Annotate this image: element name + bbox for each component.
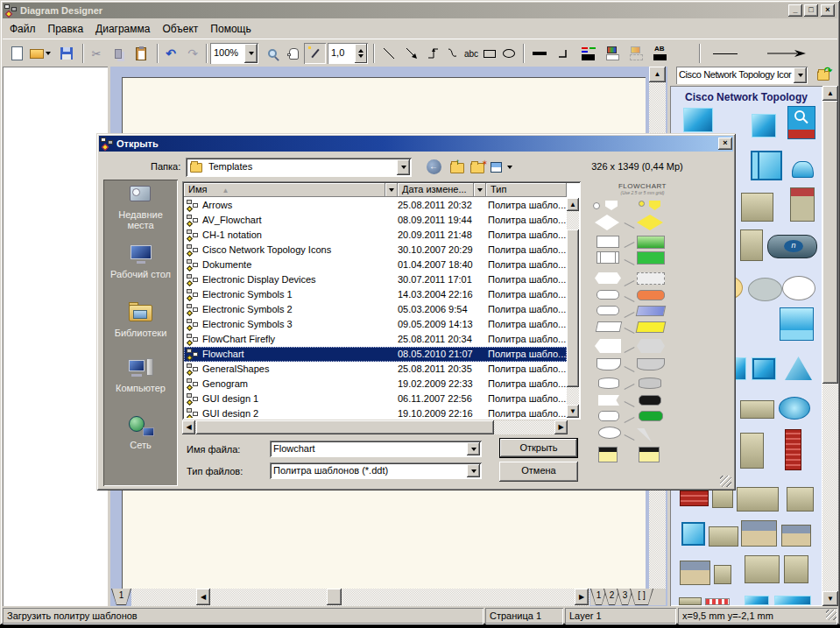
file-row-genogram[interactable]: Genogram19.02.2009 22:33Политра шабло... [184, 377, 567, 392]
scroll-thumb[interactable] [327, 589, 342, 605]
file-row-cisco-network-topology-icons[interactable]: Cisco Network Topology Icons30.10.2007 2… [184, 243, 567, 258]
open-button[interactable] [28, 43, 53, 64]
dialog-resize-grip[interactable] [720, 476, 731, 487]
filename-combobox[interactable]: Flowchart [270, 441, 482, 457]
file-row-flowchart-firefly[interactable]: FlowChart Firefly25.08.2011 20:34Политра… [184, 332, 567, 347]
place-desktop[interactable]: Рабочий стол [105, 243, 176, 279]
file-row-gui-design-1[interactable]: GUI design 106.11.2007 22:56Политра шабл… [184, 392, 567, 406]
scroll-down-button[interactable]: ▼ [567, 405, 579, 418]
page-tab-current[interactable]: 1 [111, 589, 131, 605]
file-row-electronic-symbols-1[interactable]: Electronic Symbols 114.03.2004 22:16Поли… [184, 287, 567, 302]
palette-icon-wave[interactable] [792, 161, 814, 178]
file-row-ch-1-notation[interactable]: CH-1 notation20.09.2011 21:48Политра шаб… [184, 228, 567, 243]
palette-icon-cloud-white[interactable] [782, 276, 815, 300]
list-horizontal-scrollbar[interactable]: ◀ ▶ [182, 420, 568, 434]
new-folder-button[interactable]: ✶ [468, 158, 489, 177]
palette-icon-house[interactable] [781, 525, 811, 547]
views-button[interactable] [489, 158, 515, 177]
menu-object[interactable]: Объект [156, 20, 204, 38]
palette-icon-tan-box[interactable] [740, 400, 774, 419]
maximize-button[interactable]: □ [804, 4, 818, 17]
polyline-tool[interactable] [423, 43, 444, 64]
file-row-electronic-symbols-3[interactable]: Electronic Symbols 309.05.2009 14:13Поли… [184, 317, 567, 332]
palette-selector[interactable]: Cisco Network Topology Icor [676, 67, 808, 84]
palette-icon-blue-bar[interactable] [774, 596, 811, 605]
scroll-left-button[interactable]: ◀ [196, 589, 210, 605]
scroll-up-button[interactable]: ▲ [567, 198, 579, 211]
file-row-dokumente[interactable]: Dokumente01.04.2007 18:40Политра шабло..… [184, 258, 567, 272]
minimize-button[interactable]: _ [788, 4, 802, 17]
rectangle-tool[interactable] [479, 43, 500, 64]
menu-edit[interactable]: Правка [42, 20, 90, 38]
title-bar[interactable]: Diagram Designer [3, 3, 837, 18]
palette-icon-switch-chassis[interactable] [751, 151, 782, 180]
new-button[interactable] [6, 43, 27, 64]
palette-icon-server-tower[interactable] [740, 229, 763, 261]
page-tab-4[interactable]: [ ] [630, 589, 653, 605]
palette-icon-laptop[interactable] [780, 307, 814, 341]
column-header-type[interactable]: Тип [486, 183, 567, 197]
scroll-right-button[interactable]: ▶ [554, 420, 568, 434]
text-color-tool[interactable]: AB [649, 43, 672, 64]
scroll-thumb[interactable] [196, 420, 494, 434]
line-style-tool[interactable] [709, 43, 742, 64]
palette-icon-router[interactable] [683, 108, 713, 132]
file-row-electronic-symbols-2[interactable]: Electronic Symbols 205.03.2006 9:54Полит… [184, 302, 567, 317]
connector-tool[interactable] [554, 43, 575, 64]
cancel-button[interactable]: Отмена [499, 462, 578, 482]
up-folder-button[interactable]: ↑ [448, 158, 469, 177]
cut-button[interactable]: ✂ [86, 43, 107, 64]
scroll-right-button[interactable]: ▶ [575, 589, 589, 605]
window-resize-grip[interactable] [826, 610, 836, 620]
filetype-combobox[interactable]: Политра шаблонов (*.ddt) [270, 462, 482, 479]
palette-icon-blue-box[interactable] [745, 596, 769, 605]
canvas-horizontal-scrollbar[interactable]: ◀ ▶ [131, 589, 589, 606]
palette-icon-red-dots-device[interactable] [705, 598, 730, 605]
palette-icon-frame-box[interactable] [787, 487, 814, 512]
back-button[interactable]: ← [423, 158, 444, 177]
scroll-thumb[interactable] [567, 229, 579, 387]
arrow-line-tool[interactable] [401, 43, 422, 64]
column-name-dropdown[interactable] [385, 183, 398, 197]
palette-icon-cross-box[interactable] [752, 357, 776, 380]
left-template-panel[interactable] [3, 67, 108, 606]
palette-icon-network-pill[interactable]: n [767, 235, 817, 258]
file-row-av-flowchart[interactable]: AV_Flowchart08.09.2011 19:44Политра шабл… [184, 213, 567, 228]
load-palette-button[interactable]: ↷ [814, 66, 835, 85]
close-button[interactable]: × [821, 4, 835, 17]
column-header-name[interactable]: Имя ▲ [184, 183, 385, 197]
palette-icon-cloud-gray[interactable] [748, 278, 782, 301]
palette-icon-cabinets-2[interactable] [745, 555, 780, 583]
scroll-up-button[interactable]: ▲ [822, 86, 838, 101]
line-color-tool[interactable] [577, 43, 600, 64]
scroll-thumb[interactable] [822, 101, 838, 384]
file-row-generalshapes[interactable]: GeneralShapes25.08.2011 20:35Политра шаб… [184, 362, 567, 377]
palette-icon-cabinet-3[interactable] [784, 555, 808, 583]
fill-color-tool[interactable] [602, 43, 625, 64]
list-vertical-scrollbar[interactable]: ▲ ▼ [567, 198, 579, 418]
thick-line-tool[interactable] [528, 43, 551, 64]
menu-diagram[interactable]: Диаграмма [89, 20, 156, 38]
palette-icon-capitol-building[interactable] [737, 487, 779, 512]
place-libraries[interactable]: Библиотеки [105, 302, 176, 338]
column-header-date[interactable]: Дата измене... [398, 183, 474, 197]
place-network[interactable]: Сеть [105, 414, 176, 450]
open-button[interactable]: Открыть [499, 438, 578, 458]
dialog-close-button[interactable]: × [718, 138, 732, 150]
select-tool-button[interactable] [304, 43, 326, 64]
scroll-down-button[interactable]: ▼ [822, 591, 838, 606]
palette-scrollbar[interactable]: ▲ ▼ [822, 86, 838, 606]
dialog-title-bar[interactable]: Открыть [99, 136, 733, 152]
palette-icon-house-garage[interactable] [741, 520, 777, 547]
magnifier-button[interactable] [262, 43, 283, 64]
palette-icon-brick-tower[interactable] [785, 429, 801, 470]
shadow-color-tool[interactable] [625, 43, 648, 64]
palette-icon-cabinet[interactable] [740, 433, 764, 469]
scroll-left-button[interactable]: ◀ [182, 420, 195, 434]
redo-button[interactable]: ↷ [182, 43, 203, 64]
palette-icon-workgroup-switch[interactable] [752, 114, 776, 138]
palette-icon-pix-firewall[interactable] [787, 106, 815, 139]
palette-icon-flat-device[interactable] [679, 597, 702, 605]
folder-combobox[interactable]: Templates [186, 158, 412, 177]
palette-icon-small-cabinet[interactable] [714, 565, 731, 584]
